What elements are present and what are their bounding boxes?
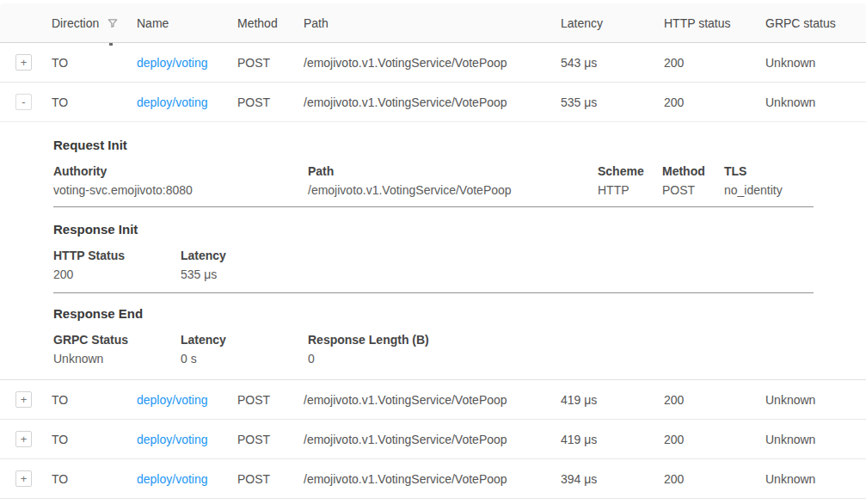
field-label: Scheme <box>598 165 662 178</box>
table-row: + TO deploy/voting POST /emojivoto.v1.Vo… <box>0 380 866 420</box>
resource-link[interactable]: deploy/voting <box>137 56 208 70</box>
grpc-status-cell: Unknown <box>765 433 866 446</box>
resource-link[interactable]: deploy/voting <box>137 95 208 109</box>
direction-cell: TO <box>52 433 137 446</box>
scheme-field: Scheme HTTP <box>598 165 662 197</box>
grpc-status-column-header: GRPC status <box>765 16 866 30</box>
path-cell: /emojivoto.v1.VotingService/VotePoop <box>304 433 561 446</box>
latency-cell: 543 μs <box>561 56 664 70</box>
expand-toggle-button[interactable]: + <box>15 470 32 487</box>
latency-cell: 535 μs <box>561 95 664 109</box>
field-label: Latency <box>181 334 308 347</box>
name-column-header: Name <box>137 16 237 30</box>
http-status-cell: 200 <box>664 393 765 407</box>
response-init-fields: HTTP Status 200 Latency 535 μs <box>53 249 866 281</box>
field-value: HTTP <box>598 184 662 197</box>
path-field: Path /emojivoto.v1.VotingService/VotePoo… <box>308 165 598 197</box>
grpc-status-cell: Unknown <box>765 393 866 407</box>
clipped-content-strip <box>0 0 866 3</box>
direction-header-label: Direction <box>52 16 99 30</box>
grpc-status-field: GRPC Status Unknown <box>53 334 181 366</box>
path-cell: /emojivoto.v1.VotingService/VotePoop <box>304 472 561 486</box>
tls-field: TLS no_identity <box>724 165 866 197</box>
method-cell: POST <box>237 95 304 109</box>
field-label: GRPC Status <box>53 334 181 347</box>
table-row: - TO deploy/voting POST /emojivoto.v1.Vo… <box>0 83 866 122</box>
latency-field: Latency 0 s <box>181 334 308 366</box>
field-value: 0 s <box>181 353 308 366</box>
section-divider <box>53 292 814 293</box>
collapse-toggle-button[interactable]: - <box>15 94 32 110</box>
field-label: HTTP Status <box>53 249 181 262</box>
field-label: Latency <box>181 249 866 262</box>
field-value: /emojivoto.v1.VotingService/VotePoop <box>308 184 598 197</box>
field-value: 0 <box>308 353 866 366</box>
method-field: Method POST <box>662 165 724 197</box>
path-cell: /emojivoto.v1.VotingService/VotePoop <box>304 56 561 70</box>
field-label: Path <box>308 165 598 178</box>
latency-cell: 419 μs <box>561 433 664 446</box>
direction-cell: TO <box>52 472 137 486</box>
table-row: + TO deploy/voting POST /emojivoto.v1.Vo… <box>0 459 866 499</box>
grpc-status-cell: Unknown <box>765 95 866 109</box>
method-cell: POST <box>237 472 304 486</box>
tap-requests-table: Direction Name Method Path Latency HTTP … <box>0 0 866 504</box>
section-divider <box>53 206 814 207</box>
http-status-cell: 200 <box>664 433 765 446</box>
direction-cell: TO <box>52 95 137 109</box>
field-value: no_identity <box>724 184 866 197</box>
response-end-fields: GRPC Status Unknown Latency 0 s Response… <box>53 334 866 366</box>
expanded-request-detail: Request Init Authority voting-svc.emojiv… <box>0 122 866 380</box>
resource-link[interactable]: deploy/voting <box>137 472 208 486</box>
request-init-fields: Authority voting-svc.emojivoto:8080 Path… <box>53 165 866 197</box>
method-cell: POST <box>237 433 304 446</box>
expand-toggle-button[interactable]: + <box>15 391 32 408</box>
method-cell: POST <box>237 393 304 407</box>
expand-toggle-button[interactable]: + <box>15 431 32 447</box>
response-length-field: Response Length (B) 0 <box>308 334 866 366</box>
latency-cell: 394 μs <box>561 472 664 486</box>
method-cell: POST <box>237 56 304 70</box>
direction-cell: TO <box>52 56 137 70</box>
table-row: + TO deploy/voting POST /emojivoto.v1.Vo… <box>0 420 866 459</box>
expand-toggle-button[interactable]: + <box>15 54 32 71</box>
http-status-column-header: HTTP status <box>664 16 765 30</box>
request-init-title: Request Init <box>53 138 127 152</box>
http-status-cell: 200 <box>664 472 765 486</box>
latency-cell: 419 μs <box>561 393 664 407</box>
grpc-status-cell: Unknown <box>765 56 866 70</box>
table-row: + TO deploy/voting POST /emojivoto.v1.Vo… <box>0 43 866 83</box>
response-end-title: Response End <box>53 306 143 321</box>
table-header-row: Direction Name Method Path Latency HTTP … <box>0 3 866 43</box>
field-value: voting-svc.emojivoto:8080 <box>53 184 308 197</box>
grpc-status-cell: Unknown <box>765 472 866 486</box>
latency-field: Latency 535 μs <box>181 249 866 281</box>
method-column-header: Method <box>237 16 304 30</box>
http-status-cell: 200 <box>664 56 765 70</box>
direction-cell: TO <box>52 393 137 407</box>
field-label: Response Length (B) <box>308 334 866 347</box>
field-label: Authority <box>53 165 308 178</box>
field-value: POST <box>662 184 724 197</box>
field-value: Unknown <box>53 353 181 366</box>
field-value: 200 <box>53 268 181 281</box>
clipped-text-fragment <box>109 43 113 46</box>
funnel-filter-icon[interactable] <box>107 17 119 29</box>
resource-link[interactable]: deploy/voting <box>137 433 208 446</box>
http-status-cell: 200 <box>664 95 765 109</box>
path-cell: /emojivoto.v1.VotingService/VotePoop <box>304 95 561 109</box>
path-cell: /emojivoto.v1.VotingService/VotePoop <box>304 393 561 407</box>
direction-column-header: Direction <box>52 16 137 30</box>
http-status-field: HTTP Status 200 <box>53 249 181 281</box>
resource-link[interactable]: deploy/voting <box>137 393 208 407</box>
field-label: TLS <box>724 165 866 178</box>
latency-column-header: Latency <box>561 16 664 30</box>
path-column-header: Path <box>304 16 561 30</box>
field-value: 535 μs <box>181 268 866 281</box>
field-label: Method <box>662 165 724 178</box>
response-init-title: Response Init <box>53 222 138 237</box>
authority-field: Authority voting-svc.emojivoto:8080 <box>53 165 308 197</box>
